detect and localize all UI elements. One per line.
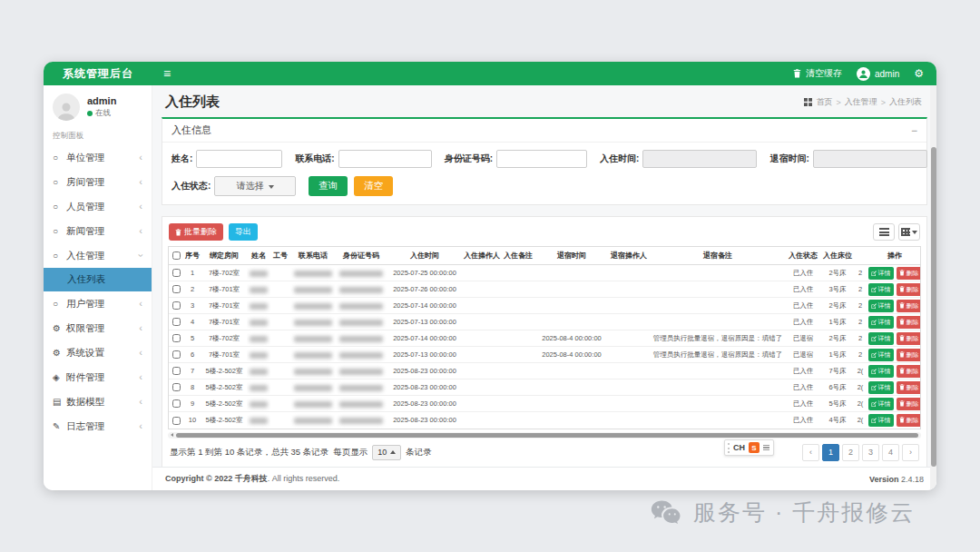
toggle-list-view-button[interactable] [873, 223, 895, 241]
redacted-idcard [339, 369, 383, 375]
delete-button[interactable]: 删除 [897, 332, 922, 345]
sidebar-item-单位管理[interactable]: ○单位管理‹ [44, 145, 152, 170]
detail-button[interactable]: 详情 [868, 365, 894, 378]
clear-cache-button[interactable]: 清空缓存 [793, 67, 842, 80]
trash-icon [899, 417, 905, 423]
row-checkbox[interactable] [172, 399, 181, 408]
row-checkbox[interactable] [172, 367, 181, 375]
user-avatar [53, 94, 80, 121]
row-checkbox[interactable] [172, 417, 181, 425]
delete-button[interactable]: 删除 [897, 414, 922, 427]
row-checkbox[interactable] [172, 285, 181, 293]
checkin-time-input[interactable] [642, 150, 757, 168]
row-checkbox[interactable] [172, 301, 181, 310]
redacted-name [250, 303, 268, 310]
detail-button[interactable]: 详情 [868, 414, 894, 427]
chevron-left-icon: ‹ [139, 323, 142, 333]
detail-button[interactable]: 详情 [868, 300, 894, 312]
bulk-delete-button[interactable]: 批量删除 [169, 223, 223, 241]
breadcrumb-item-入住管理[interactable]: 入住管理 [845, 96, 877, 108]
edit-icon [871, 401, 877, 407]
delete-button[interactable]: 删除 [897, 316, 922, 329]
page-button-2[interactable]: 2 [842, 444, 859, 461]
search-button[interactable]: 查询 [309, 176, 348, 196]
detail-button[interactable]: 详情 [868, 332, 894, 345]
phone-input[interactable] [338, 150, 432, 168]
column-header: 工号 [270, 247, 290, 265]
sidebar-item-日志管理[interactable]: ✎日志管理‹ [44, 414, 152, 439]
row-checkbox[interactable] [172, 383, 181, 391]
page-button-1[interactable]: 1 [822, 444, 839, 461]
status-cell: 已入住 [786, 363, 820, 380]
delete-button[interactable]: 删除 [897, 349, 922, 361]
settings-gears-icon[interactable]: ⚙ [914, 68, 924, 79]
status-select[interactable]: 请选择 [214, 176, 296, 196]
page-button-4[interactable]: 4 [882, 444, 899, 461]
phone-label: 联系电话: [295, 153, 334, 165]
sidebar-item-人员管理[interactable]: ○人员管理‹ [44, 194, 152, 219]
page-size-select[interactable]: 10 [372, 445, 401, 460]
select-all-checkbox[interactable] [172, 251, 181, 260]
detail-button[interactable]: 详情 [868, 381, 894, 394]
sidebar-item-房间管理[interactable]: ○房间管理‹ [44, 170, 152, 194]
edit-icon [871, 303, 877, 309]
sidebar-subitem-入住列表[interactable]: 入住列表 [44, 268, 152, 291]
prev-page-button[interactable]: ‹ [802, 444, 819, 461]
delete-button[interactable]: 删除 [897, 381, 922, 394]
sidebar-item-数据模型[interactable]: ▤数据模型‹ [44, 389, 152, 414]
version-text: Version 2.4.18 [869, 475, 924, 484]
idcard-input[interactable] [496, 150, 587, 168]
row-checkbox[interactable] [172, 269, 181, 277]
row-checkbox[interactable] [172, 334, 181, 342]
wechat-icon [650, 499, 683, 527]
delete-button[interactable]: 删除 [897, 267, 922, 280]
per-page-prefix: 每页显示 [333, 447, 368, 458]
status-cell: 已入住 [786, 265, 820, 281]
sidebar-item-附件管理[interactable]: ◈附件管理‹ [44, 365, 152, 389]
user-menu[interactable]: admin [857, 67, 899, 81]
per-page-suffix: 条记录 [406, 447, 432, 458]
horizontal-scroll-thumb[interactable] [176, 433, 918, 438]
row-checkbox[interactable] [172, 318, 181, 326]
vertical-scrollbar[interactable] [930, 85, 936, 490]
name-input[interactable] [196, 150, 282, 168]
sidebar-item-权限管理[interactable]: ⚙权限管理‹ [44, 316, 152, 340]
delete-button[interactable]: 删除 [897, 398, 922, 410]
next-page-button[interactable]: › [902, 444, 919, 461]
status-cell: 已入住 [786, 298, 820, 314]
trash-icon [899, 270, 905, 276]
sidebar-item-系统设置[interactable]: ⚙系统设置‹ [44, 340, 152, 365]
ime-language-bar[interactable]: CH S [724, 439, 774, 456]
page-button-3[interactable]: 3 [862, 444, 879, 461]
delete-button[interactable]: 删除 [897, 300, 922, 312]
trash-icon [899, 335, 905, 341]
collapse-panel-button[interactable]: − [911, 125, 917, 136]
clear-button[interactable]: 清空 [354, 176, 393, 196]
detail-button[interactable]: 详情 [868, 349, 894, 361]
checkout-time-input[interactable] [813, 150, 927, 168]
table-row: 57楼-702室2025-07-14 00:00:002025-08-4 00:… [169, 330, 921, 347]
delete-button[interactable]: 删除 [897, 365, 922, 378]
export-button[interactable]: 导出 [229, 223, 258, 241]
columns-dropdown-button[interactable] [898, 223, 920, 241]
horizontal-scrollbar[interactable] [168, 432, 921, 439]
sidebar-item-新闻管理[interactable]: ○新闻管理‹ [44, 219, 152, 243]
ime-drag-handle[interactable] [728, 443, 730, 453]
row-checkbox[interactable] [172, 350, 181, 359]
vertical-scroll-thumb[interactable] [931, 147, 936, 467]
caret-up-icon [390, 448, 396, 454]
redacted-name [250, 287, 268, 293]
breadcrumb-item-首页[interactable]: 首页 [816, 96, 832, 108]
sidebar-item-用户管理[interactable]: ○用户管理‹ [44, 291, 152, 316]
top-navbar: 系统管理后台 ≡ 清空缓存 admin ⚙ [44, 62, 936, 85]
table-row: 75楼-2-502室2025-08-23 00:00:00已入住7号床2(详情删… [169, 363, 921, 380]
delete-button[interactable]: 删除 [897, 283, 922, 296]
detail-button[interactable]: 详情 [868, 267, 894, 280]
sogou-ime-icon[interactable]: S [749, 442, 760, 453]
sidebar-item-入住管理[interactable]: ○入住管理‹ [44, 243, 152, 268]
detail-button[interactable]: 详情 [868, 398, 894, 410]
sidebar-toggle-icon[interactable]: ≡ [152, 62, 181, 85]
detail-button[interactable]: 详情 [868, 283, 894, 296]
detail-button[interactable]: 详情 [868, 316, 894, 329]
ime-menu-icon[interactable] [763, 445, 769, 451]
